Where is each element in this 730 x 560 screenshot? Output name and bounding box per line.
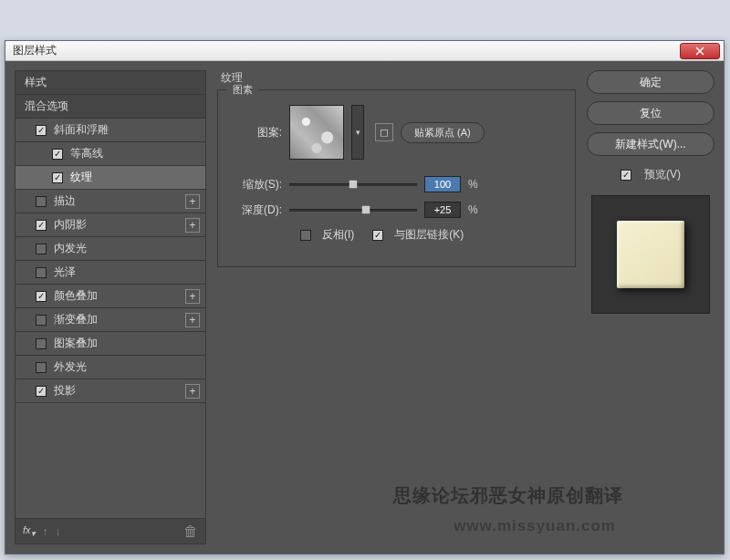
item-label: 内阴影	[54, 217, 87, 233]
checkbox-icon[interactable]	[36, 244, 47, 254]
checkbox-icon[interactable]	[36, 362, 47, 373]
depth-slider[interactable]	[289, 202, 417, 217]
item-gradient-overlay[interactable]: 渐变叠加 +	[16, 308, 205, 332]
plus-icon[interactable]: +	[185, 218, 200, 233]
invert-label: 反相(I)	[322, 227, 354, 243]
dialog-content: 样式 混合选项 斜面和浮雕 等高线 纹理 描边 +	[5, 61, 724, 554]
item-inner-shadow[interactable]: 内阴影 +	[16, 213, 205, 237]
ok-button[interactable]: 确定	[587, 70, 714, 94]
plus-icon[interactable]: +	[185, 313, 200, 327]
item-pattern-overlay[interactable]: 图案叠加	[16, 332, 205, 356]
pattern-thumbnail[interactable]	[289, 105, 344, 160]
item-label: 渐变叠加	[54, 312, 98, 327]
checkbox-icon[interactable]	[36, 125, 47, 136]
checkbox-icon[interactable]	[52, 172, 63, 183]
depth-label: 深度(D):	[231, 202, 282, 218]
preview-box	[591, 195, 710, 314]
item-label: 斜面和浮雕	[54, 122, 109, 138]
fieldset-legend: 图素	[227, 83, 258, 97]
snap-origin-button[interactable]: 贴紧原点 (A)	[401, 122, 485, 143]
item-label: 投影	[54, 383, 76, 399]
link-label: 与图层链接(K)	[394, 227, 464, 243]
item-bevel[interactable]: 斜面和浮雕	[16, 119, 205, 142]
preview-checkbox[interactable]: 预览(V)	[587, 167, 714, 182]
checkbox-icon	[372, 230, 383, 241]
blend-options[interactable]: 混合选项	[16, 95, 205, 119]
texture-panel: 纹理 图素 图案: ▾ ◻ 贴紧原点 (A) 缩放(S):	[217, 70, 576, 544]
checkbox-icon[interactable]	[36, 338, 47, 349]
style-bottom-bar: fx▾ ↑ ↓ 🗑	[15, 519, 206, 544]
item-color-overlay[interactable]: 颜色叠加 +	[16, 285, 205, 308]
plus-icon[interactable]: +	[185, 289, 200, 304]
checkbox-icon[interactable]	[36, 291, 47, 302]
checkbox-icon	[300, 230, 311, 241]
plus-icon[interactable]: +	[185, 384, 200, 399]
item-label: 外发光	[54, 359, 87, 375]
item-satin[interactable]: 光泽	[16, 261, 205, 285]
depth-input[interactable]	[424, 202, 461, 218]
pattern-label: 图案:	[231, 125, 282, 140]
style-list-panel: 样式 混合选项 斜面和浮雕 等高线 纹理 描边 +	[15, 70, 206, 544]
checkbox-icon[interactable]	[52, 149, 63, 160]
item-label: 光泽	[54, 264, 76, 280]
scale-input[interactable]	[424, 176, 461, 192]
element-fieldset: 图素 图案: ▾ ◻ 贴紧原点 (A) 缩放(S): %	[217, 89, 576, 267]
checkbox-icon[interactable]	[36, 386, 47, 397]
close-icon	[695, 47, 704, 56]
scale-label: 缩放(S):	[231, 177, 282, 192]
item-inner-glow[interactable]: 内发光	[16, 237, 205, 261]
trash-icon[interactable]: 🗑	[183, 524, 198, 540]
section-title: 纹理	[217, 70, 576, 86]
item-label: 等高线	[70, 146, 103, 161]
item-stroke[interactable]: 描边 +	[16, 190, 205, 213]
new-style-button[interactable]: 新建样式(W)...	[587, 132, 714, 156]
preview-label: 预览(V)	[644, 167, 681, 182]
arrow-up-icon[interactable]: ↑	[43, 525, 48, 538]
percent-label: %	[468, 203, 478, 216]
watermark-url: www.missyuan.com	[454, 517, 616, 535]
checkbox-icon[interactable]	[36, 220, 47, 231]
scale-slider[interactable]	[289, 177, 417, 192]
layer-style-dialog: 图层样式 样式 混合选项 斜面和浮雕 等高线 纹理	[5, 40, 725, 555]
window-title: 图层样式	[13, 43, 57, 58]
item-texture[interactable]: 纹理	[16, 166, 205, 190]
item-contour[interactable]: 等高线	[16, 142, 205, 166]
item-label: 纹理	[70, 170, 92, 185]
checkbox-icon[interactable]	[36, 267, 47, 278]
item-outer-glow[interactable]: 外发光	[16, 356, 205, 379]
item-label: 颜色叠加	[54, 288, 98, 304]
item-drop-shadow[interactable]: 投影 +	[16, 379, 205, 403]
reset-button[interactable]: 复位	[587, 101, 714, 125]
close-button[interactable]	[680, 43, 720, 59]
right-panel: 确定 复位 新建样式(W)... 预览(V)	[587, 70, 714, 544]
arrow-down-icon[interactable]: ↓	[56, 525, 61, 538]
item-label: 描边	[54, 193, 76, 209]
titlebar[interactable]: 图层样式	[5, 41, 724, 61]
link-checkbox[interactable]: 与图层链接(K)	[372, 227, 464, 243]
preview-swatch	[617, 221, 684, 288]
item-label: 图案叠加	[54, 336, 98, 351]
percent-label: %	[468, 178, 478, 191]
slider-track	[289, 209, 417, 212]
watermark-text: 思缘论坛邪恶女神原创翻译	[393, 483, 623, 508]
checkbox-icon[interactable]	[36, 315, 47, 326]
style-header[interactable]: 样式	[16, 71, 205, 95]
pattern-dropdown-button[interactable]: ▾	[351, 105, 364, 160]
fx-label[interactable]: fx▾	[23, 524, 36, 538]
item-label: 内发光	[54, 241, 87, 256]
plus-icon[interactable]: +	[185, 194, 200, 209]
style-list: 样式 混合选项 斜面和浮雕 等高线 纹理 描边 +	[15, 70, 206, 519]
invert-checkbox[interactable]: 反相(I)	[300, 227, 354, 243]
checkbox-icon	[620, 170, 631, 181]
checkbox-icon[interactable]	[36, 196, 47, 207]
new-preset-icon[interactable]: ◻	[375, 123, 393, 141]
